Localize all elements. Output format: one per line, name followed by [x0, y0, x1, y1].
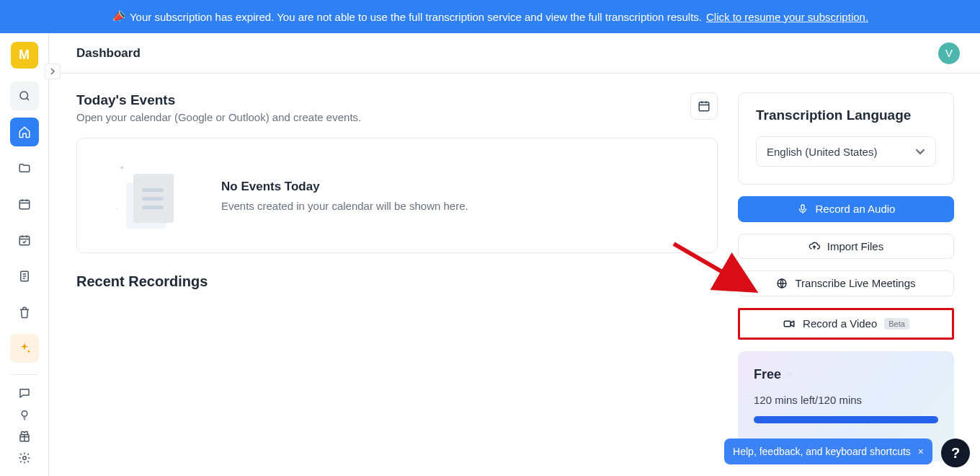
plan-name: Free ❧ [754, 367, 938, 382]
sidebar-collapse-toggle[interactable] [45, 63, 61, 79]
events-empty-card: ✦+· No Events Today Events created in yo… [76, 138, 718, 253]
sidebar-location[interactable] [18, 408, 31, 421]
empty-events-illustration: ✦+· [113, 159, 192, 232]
sidebar-ai[interactable] [10, 334, 39, 363]
sidebar-notes[interactable] [10, 262, 39, 291]
transcription-language-card: Transcription Language English (United S… [738, 92, 954, 185]
import-files-button[interactable]: Import Files [738, 234, 954, 260]
events-empty-subtitle: Events created in your calendar will be … [221, 200, 468, 212]
app-logo[interactable]: M [11, 42, 38, 69]
beta-badge: Beta [884, 318, 909, 330]
calendar-icon [18, 198, 31, 211]
svg-point-0 [20, 92, 28, 100]
svg-point-4 [22, 411, 27, 417]
help-pill-close[interactable]: × [918, 446, 924, 457]
microphone-icon [797, 203, 808, 215]
sidebar-chat[interactable] [18, 387, 31, 400]
trash-icon [18, 306, 31, 319]
svg-rect-7 [699, 102, 709, 111]
home-icon [18, 125, 31, 138]
transcription-language-title: Transcription Language [756, 107, 936, 123]
video-icon [783, 317, 796, 330]
record-video-button[interactable]: Record a Video Beta [738, 308, 954, 340]
sidebar-calendar-check[interactable] [10, 226, 39, 255]
bulb-icon [18, 408, 31, 421]
open-calendar-button[interactable] [690, 92, 718, 120]
plan-name-text: Free [754, 367, 781, 382]
events-empty-title: No Events Today [221, 180, 468, 194]
svg-point-6 [22, 457, 26, 460]
resume-subscription-link[interactable]: Click to resume your subscription. [706, 11, 868, 23]
sidebar-gift[interactable] [18, 430, 31, 443]
help-pill-text: Help, feedback, and keyboard shortcuts [733, 446, 911, 457]
sidebar-calendar[interactable] [10, 190, 39, 219]
svg-rect-2 [19, 237, 30, 245]
sidebar: M [0, 33, 49, 476]
notes-icon [18, 270, 31, 283]
transcribe-live-button[interactable]: Transcribe Live Meetings [738, 270, 954, 296]
chevron-down-icon [915, 146, 925, 157]
sidebar-divider [11, 374, 38, 375]
sidebar-folder[interactable] [10, 154, 39, 182]
todays-events-title: Today's Events [76, 92, 361, 108]
help-pill[interactable]: Help, feedback, and keyboard shortcuts × [724, 438, 932, 464]
sidebar-search[interactable] [10, 81, 39, 110]
calendar-check-icon [18, 234, 31, 247]
language-select-value: English (United States) [767, 146, 877, 158]
recent-recordings-title: Recent Recordings [76, 273, 718, 290]
svg-rect-10 [784, 321, 790, 327]
plan-usage: 120 mins left/120 mins [754, 394, 938, 406]
gear-icon [18, 451, 31, 464]
svg-rect-8 [801, 205, 804, 210]
chevron-right-icon [49, 68, 56, 75]
topbar: Dashboard V [49, 33, 980, 74]
record-audio-label: Record an Audio [816, 203, 896, 215]
folder-icon [18, 162, 31, 175]
plan-usage-bar [754, 416, 938, 423]
user-avatar[interactable]: V [938, 43, 960, 64]
calendar-icon [698, 100, 710, 113]
subscription-expired-banner: 📣 Your subscription has expired. You are… [0, 0, 980, 33]
upload-cloud-icon [808, 240, 820, 252]
chat-icon [18, 387, 31, 400]
record-video-label: Record a Video [803, 317, 877, 330]
import-files-label: Import Files [827, 240, 883, 252]
sidebar-trash[interactable] [10, 298, 39, 327]
help-launcher[interactable]: ? [941, 438, 970, 467]
globe-icon [776, 278, 788, 289]
sparkle-icon [17, 341, 32, 356]
todays-events-subtitle: Open your calendar (Google or Outlook) a… [76, 111, 361, 123]
sidebar-home[interactable] [10, 118, 39, 146]
search-icon [18, 89, 31, 102]
wing-icon: ❧ [785, 369, 794, 380]
transcribe-live-label: Transcribe Live Meetings [795, 277, 915, 289]
megaphone-icon: 📣 [110, 9, 127, 25]
gift-icon [18, 430, 31, 443]
banner-text: Your subscription has expired. You are n… [130, 11, 702, 23]
svg-rect-1 [19, 200, 30, 209]
sidebar-settings[interactable] [18, 451, 31, 464]
page-title: Dashboard [76, 46, 141, 61]
record-audio-button[interactable]: Record an Audio [738, 196, 954, 222]
language-select[interactable]: English (United States) [756, 136, 936, 167]
